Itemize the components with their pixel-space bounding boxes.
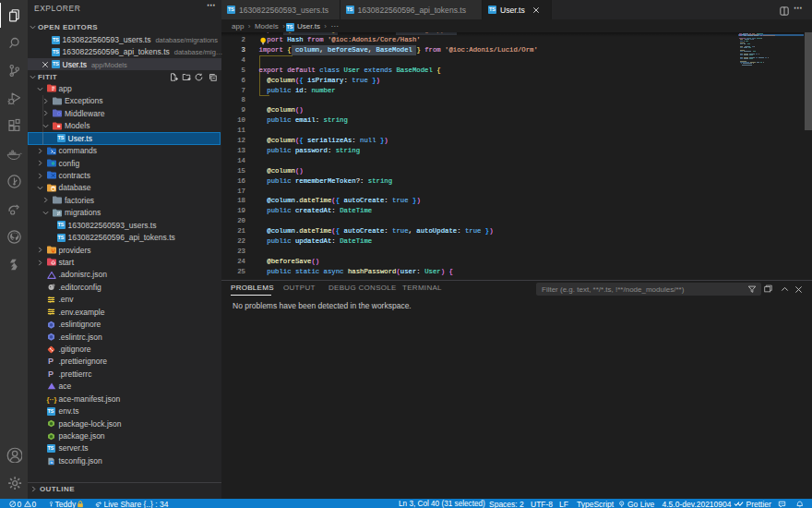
svg-text:ts: ts [50,461,53,465]
